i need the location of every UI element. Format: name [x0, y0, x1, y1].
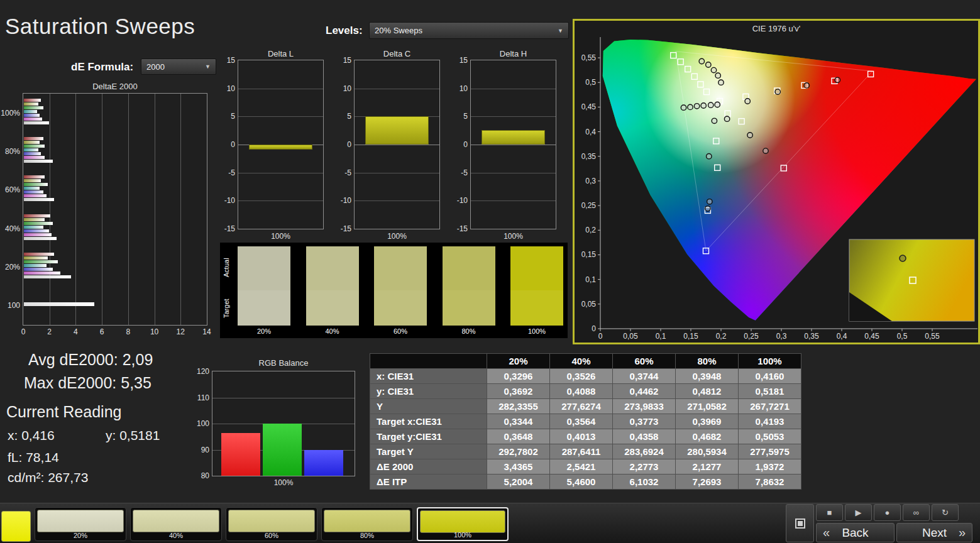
- record-button[interactable]: ●: [874, 504, 901, 521]
- swatch-label: 80%: [443, 327, 495, 335]
- patch-swatch: [420, 510, 505, 533]
- table-cell: 0,4088: [550, 384, 613, 399]
- delta-h-plot-gridline: [471, 89, 556, 89]
- deltae-group-label: 60%: [0, 185, 20, 194]
- refresh-button[interactable]: ↻: [932, 504, 959, 521]
- cie-y-tick: 0,45: [581, 102, 597, 111]
- rgb-bar-red: [221, 433, 260, 476]
- patch-button-80%[interactable]: 80%: [321, 507, 413, 541]
- refresh-icon: ↻: [942, 508, 949, 517]
- table-cell: 2,5421: [550, 459, 613, 474]
- patch-button-40%[interactable]: 40%: [130, 507, 222, 541]
- patch-button-60%[interactable]: 60%: [226, 507, 317, 541]
- deltae-bar: [24, 102, 38, 106]
- deltae-bar: [24, 194, 47, 197]
- cie-x-tick: 0,3: [776, 332, 787, 341]
- deltae-bar: [24, 148, 38, 151]
- patch-swatch: [37, 510, 124, 532]
- table-cell: 3,4365: [487, 459, 550, 474]
- measured-marker: [745, 99, 750, 104]
- swatch-label: 20%: [238, 327, 290, 335]
- table-cell: 0,4358: [613, 429, 676, 444]
- table-header: 20%40%60%80%100%: [370, 354, 801, 369]
- measured-marker: [707, 154, 712, 159]
- cie-x-tick: 0,4: [837, 332, 847, 341]
- measured-marker: [712, 118, 717, 123]
- measured-marker: [681, 105, 686, 110]
- swatch-actual: [238, 246, 290, 290]
- swatch-actual: [306, 246, 359, 290]
- table-cell: 0,4462: [613, 384, 676, 399]
- deltae-bar: [24, 118, 42, 121]
- delta-c-plot-y-tick: 15: [333, 56, 351, 65]
- deltae-group-label: 20%: [0, 263, 20, 272]
- patch-button-20%[interactable]: 20%: [35, 507, 126, 541]
- cie-title: CIE 1976 u'v': [573, 24, 980, 33]
- deltae-bar: [24, 275, 71, 278]
- caret-down-icon: ▼: [558, 28, 563, 34]
- deltae-gridline: [180, 94, 181, 325]
- page-title: Saturation Sweeps: [5, 14, 195, 39]
- table-cell: 0,4013: [550, 429, 613, 444]
- table-row-label: y: CIE31: [370, 384, 487, 399]
- measured-marker: [763, 148, 768, 153]
- delta-c-plot-y-tick: 10: [333, 84, 351, 93]
- patch-button-100%[interactable]: 100%: [417, 507, 509, 541]
- measured-marker: [707, 199, 712, 204]
- deltae-bar: [24, 272, 60, 275]
- table-header-cell: [370, 354, 487, 369]
- deltae-group-label: 100: [0, 301, 20, 310]
- play-button[interactable]: ▶: [845, 504, 872, 521]
- deltae-x-tick: 12: [173, 327, 188, 336]
- measured-marker: [706, 62, 711, 67]
- deltae-bar: [24, 179, 41, 182]
- delta-l-plot-x-label: 100%: [238, 232, 324, 241]
- loop-button[interactable]: ∞: [903, 504, 930, 521]
- next-label: Next: [922, 526, 947, 540]
- stop-button[interactable]: ■: [816, 504, 843, 521]
- delta-c-plot-gridline: [355, 145, 439, 145]
- table-row-label: ΔE 2000: [370, 459, 487, 474]
- next-button[interactable]: Next »: [896, 523, 972, 542]
- deltae-x-tick: 0: [16, 327, 31, 336]
- stop-icon: ■: [827, 508, 832, 517]
- deltae-bar: [24, 187, 40, 190]
- delta-h-plot-x-label: 100%: [470, 232, 556, 241]
- cie-y-tick: 0: [592, 324, 596, 333]
- cie-y-tick: 0,1: [585, 275, 596, 284]
- delta-h-plot-y-tick: 10: [449, 84, 468, 93]
- back-chevron-icon: «: [823, 525, 830, 539]
- cie-y-tick: 0,25: [581, 201, 597, 210]
- table-row: Y282,3355277,6274273,9833271,0582267,727…: [370, 399, 801, 414]
- deltae-bar: [24, 141, 40, 144]
- deltae-bar: [24, 110, 37, 113]
- levels-dropdown[interactable]: 20% Sweeps ▼: [369, 22, 569, 39]
- deltae-bar: [24, 114, 40, 117]
- reading-x: x: 0,416: [8, 428, 55, 443]
- cie-y-tick: 0,4: [585, 128, 596, 136]
- table-row-label: ΔE ITP: [370, 474, 487, 490]
- de-formula-dropdown[interactable]: 2000 ▼: [141, 58, 216, 75]
- delta-l-plot-y-tick: -10: [216, 196, 235, 205]
- delta-c-plot-y-tick: -5: [333, 168, 351, 177]
- delta-l-plot-y-tick: 10: [216, 84, 235, 93]
- rgb-y-tick: 110: [190, 393, 209, 402]
- swatch-target: [238, 290, 290, 326]
- cie-x-tick: 0,25: [744, 332, 759, 341]
- avg-de2000: Avg dE2000: 2,09: [28, 351, 153, 369]
- deltae-bar: [24, 99, 41, 102]
- levels-value: 20% Sweeps: [375, 26, 422, 35]
- rgb-bar-blue: [304, 450, 343, 476]
- delta-h-title: Delta H: [470, 49, 556, 58]
- back-button[interactable]: « Back: [816, 523, 895, 542]
- deltae-x-tick: 10: [147, 327, 162, 336]
- stop-patch-button[interactable]: [786, 504, 814, 542]
- deltae-bar: [24, 237, 57, 240]
- swatch-actual: [443, 246, 495, 290]
- table-header-cell: 20%: [487, 354, 550, 369]
- deltae-x-tick: 4: [68, 327, 83, 336]
- stop-patch-icon: [795, 518, 805, 529]
- delta-l-title: Delta L: [238, 49, 324, 58]
- back-label: Back: [842, 526, 868, 540]
- swatch-label: 100%: [510, 327, 563, 335]
